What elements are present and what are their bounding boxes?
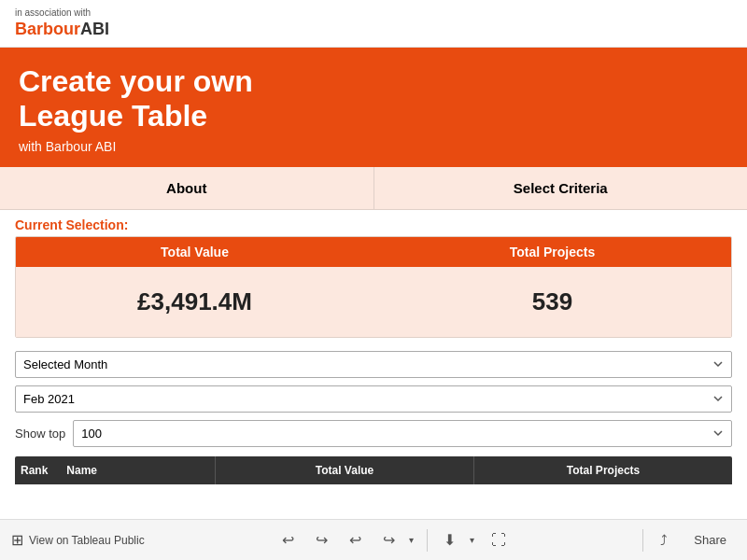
view-on-tableau[interactable]: ⊞ View on Tableau Public (11, 531, 145, 549)
download-button[interactable]: ⬇ (435, 525, 465, 555)
tabs-row: About Select Criteria (0, 167, 747, 210)
download-split: ⬇ ▾ (435, 525, 480, 555)
redo2-split: ↪ ▾ (374, 525, 419, 555)
association-text: in association with (15, 7, 732, 18)
stats-body: £3,491.4M 539 (16, 267, 731, 337)
data-table-header: Rank Name Total Value Total Projects (15, 456, 732, 484)
tab-about[interactable]: About (0, 167, 374, 209)
redo2-arrow[interactable]: ▾ (404, 525, 419, 555)
undo2-button[interactable]: ↩ (341, 525, 371, 555)
current-selection-label: Current Selection: (0, 210, 747, 236)
hero-subtitle: with Barbour ABI (19, 139, 728, 154)
hero-banner: Create your own League Table with Barbou… (0, 48, 747, 167)
data-table-rank-name: Rank Name (15, 456, 216, 484)
share-icon-btn[interactable]: ⤴ (649, 525, 679, 555)
feb2021-row: Feb 2021 (0, 382, 747, 416)
col-total-value: Total Value (216, 456, 474, 484)
stats-total-value: £3,491.4M (16, 267, 374, 337)
divider1 (427, 529, 428, 552)
show-top-row: Show top 100 (0, 416, 747, 451)
show-top-dropdown[interactable]: 100 (73, 420, 732, 447)
divider2 (642, 529, 643, 552)
stats-header-total-value: Total Value (16, 237, 374, 267)
toolbar-right: ⤴ Share (642, 525, 736, 555)
view-on-tableau-label: View on Tableau Public (29, 534, 145, 547)
brand-abi: ABI (80, 20, 109, 38)
share-label: Share (694, 533, 726, 547)
expand-button[interactable]: ⛶ (484, 525, 514, 555)
stats-header-total-projects: Total Projects (374, 237, 731, 267)
tableau-icon: ⊞ (11, 531, 23, 549)
stats-total-projects: 539 (374, 267, 731, 337)
stats-header: Total Value Total Projects (16, 237, 731, 267)
undo-button[interactable]: ↩ (274, 525, 303, 555)
redo2-button[interactable]: ↪ (374, 525, 404, 555)
tab-select-criteria[interactable]: Select Criteria (374, 167, 748, 209)
col-rank: Rank (21, 464, 48, 477)
selected-month-row: Selected Month (0, 347, 747, 382)
top-bar: in association with BarbourABI (0, 0, 747, 48)
download-arrow[interactable]: ▾ (465, 525, 480, 555)
brand-barbour: Barbour (15, 20, 80, 38)
stats-table: Total Value Total Projects £3,491.4M 539 (15, 236, 732, 338)
toolbar-center: ↩ ↪ ↩ ↪ ▾ ⬇ ▾ ⛶ (145, 525, 643, 555)
redo-button[interactable]: ↪ (307, 525, 337, 555)
share-button[interactable]: Share (684, 528, 736, 552)
col-total-projects: Total Projects (474, 456, 732, 484)
show-top-label: Show top (15, 427, 65, 441)
bottom-toolbar: ⊞ View on Tableau Public ↩ ↪ ↩ ↪ ▾ ⬇ ▾ ⛶… (0, 519, 747, 560)
hero-title: Create your own League Table (19, 64, 728, 133)
col-name: Name (66, 464, 97, 477)
brand-logo: BarbourABI (15, 20, 732, 39)
feb2021-dropdown[interactable]: Feb 2021 (15, 385, 732, 413)
selected-month-dropdown[interactable]: Selected Month (15, 351, 732, 378)
